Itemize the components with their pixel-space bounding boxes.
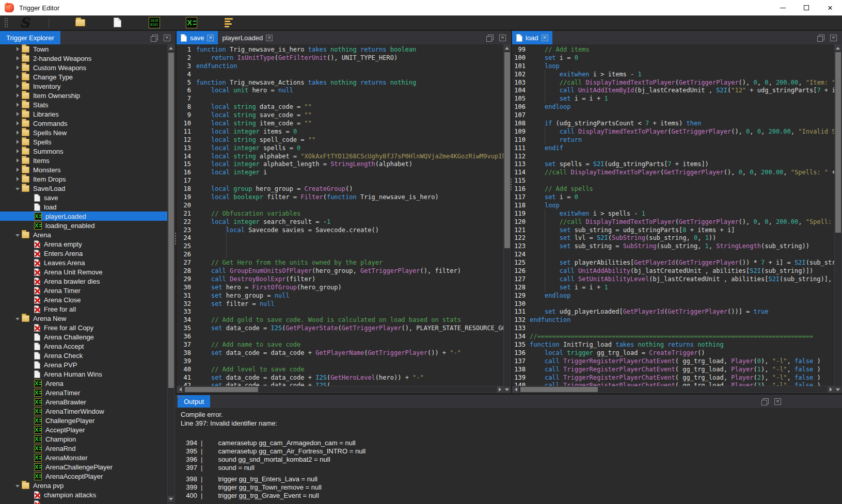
code-line[interactable]: 111 endif [512, 144, 834, 152]
tab-load[interactable]: load✕ [512, 31, 552, 44]
code-line[interactable]: 20 [177, 201, 511, 209]
tree-item-playerloaded[interactable]: XplayerLoaded [0, 212, 168, 221]
chevron-right-icon[interactable] [13, 93, 22, 97]
code-line[interactable]: 135function InitTrig_load takes nothing … [512, 340, 834, 349]
code-line[interactable]: 9 local string save_code = "" [177, 111, 511, 119]
code-line[interactable]: 23 local Savecode savies = Savecode.crea… [177, 226, 511, 234]
code-line[interactable]: 125 set playerAbilities[GetPlayerId(GetT… [512, 258, 834, 267]
chevron-right-icon[interactable] [13, 112, 22, 116]
chevron-right-icon[interactable] [13, 84, 22, 88]
code-line[interactable]: 138 call TriggerRegisterPlayerChatEvent(… [512, 365, 834, 373]
center-splitter-grip[interactable] [510, 178, 512, 191]
chevron-right-icon[interactable] [13, 66, 22, 70]
code-line[interactable]: 11 local integer items = 0 [177, 127, 511, 136]
tree-item-champion-attacks[interactable]: champion attacks [0, 490, 168, 499]
list-view-button[interactable] [223, 17, 235, 29]
maximize-button[interactable] [795, 0, 818, 15]
code-line[interactable]: 140 call TriggerRegisterPlayerChatEvent(… [512, 382, 834, 386]
tree-item-arenamonster[interactable]: XArenaMonster [0, 453, 168, 462]
tree-item-arena-challenge[interactable]: Arena Challenge [0, 332, 168, 342]
toolbar-grip[interactable] [4, 18, 8, 28]
tree-item-commands[interactable]: Commands [0, 119, 168, 128]
code-line[interactable]: 34 // Add gold to save code. Wood is cal… [177, 316, 511, 324]
code-line[interactable]: 116 // Add spells [512, 185, 834, 193]
code-line[interactable]: 104 call UnitAddItemById(bj_lastCreatedU… [512, 86, 834, 94]
code-line[interactable]: 26 [177, 250, 511, 258]
code-line[interactable]: 14 local string alphabet = "XOkAxFtTYD12… [177, 152, 511, 160]
tree-item-summons[interactable]: Summons [0, 147, 168, 156]
code-line[interactable]: 17 [177, 176, 511, 185]
explorer-title-tab[interactable]: Trigger Explorer [0, 31, 60, 44]
minimize-button[interactable] [771, 0, 795, 15]
tree-item-arena-check[interactable]: Arena Check [0, 351, 168, 360]
tree-item-acceptplayer[interactable]: XAcceptPlayer [0, 425, 168, 434]
tree-item-arena-accept[interactable]: Arena Accept [0, 342, 168, 351]
center-code-area[interactable]: 1function Trig_newsave_is_hero takes not… [177, 44, 511, 386]
explorer-close-icon[interactable]: ✕ [164, 35, 170, 41]
code-line[interactable]: 31 set hero_group = null [177, 291, 511, 300]
tree-item-arenabrawler[interactable]: XArenaBrawler [0, 397, 168, 407]
chevron-right-icon[interactable] [13, 149, 22, 153]
code-line[interactable]: 114 //call DisplayTimedTextToPlayer(GetT… [512, 168, 834, 176]
code-line[interactable]: 131 set udg_playerLoaded[GetPlayerId(Get… [512, 308, 834, 316]
code-line[interactable]: 35 set data_code = I2S(GetPlayerState(Ge… [177, 324, 511, 332]
code-line[interactable]: 109 call DisplayTimedTextToPlayer(GetTri… [512, 127, 834, 136]
code-line[interactable]: 18 local group hero_group = CreateGroup(… [177, 185, 511, 193]
code-line[interactable]: 6 local unit hero = null [177, 86, 511, 94]
close-button[interactable]: ✕ [818, 0, 842, 15]
code-line[interactable]: 16 local integer i [177, 168, 511, 176]
code-line[interactable]: 107 [512, 111, 834, 119]
code-line[interactable]: 115 [512, 176, 834, 185]
tree-item-items[interactable]: Items [0, 156, 168, 165]
code-line[interactable]: 36 [177, 332, 511, 340]
code-line[interactable]: 121 set sub_string = udg_stringParts[8 +… [512, 226, 834, 234]
tree-item-arenaacceptplayer[interactable]: XArenaAcceptPlayer [0, 472, 168, 481]
code-line[interactable]: 13 local integer spells = 0 [177, 144, 511, 152]
chevron-down-icon[interactable] [13, 187, 22, 190]
tree-item-2-handed-weapons[interactable]: 2-handed Weapons [0, 54, 168, 63]
code-line[interactable]: 24 [177, 234, 511, 242]
right-hscrollbar[interactable] [512, 386, 834, 393]
tree-item-arena[interactable]: XArena [0, 379, 168, 388]
new-file-button[interactable] [111, 17, 123, 29]
code-line[interactable]: 128 set i = i + 1 [512, 283, 834, 291]
code-line[interactable]: 110 return [512, 136, 834, 144]
panel-restore-icon[interactable] [817, 35, 824, 41]
center-hscrollbar[interactable] [177, 386, 503, 393]
code-line[interactable]: 108 if (udg_stringPartsCount < 7 + items… [512, 119, 834, 127]
code-line[interactable]: 7 [177, 94, 511, 103]
code-line[interactable]: 21 // Obfuscation variables [177, 209, 511, 218]
panel-close-icon[interactable]: ✕ [499, 35, 506, 41]
right-code-area[interactable]: 99 // Add items100 set i = 0101 loop102 … [512, 44, 834, 386]
chevron-right-icon[interactable] [13, 121, 22, 125]
tree-item-load[interactable]: load [0, 202, 168, 212]
code-line[interactable]: 99 // Add items [512, 45, 834, 54]
tree-item-arena-timer[interactable]: Arena Timer [0, 286, 168, 295]
code-line[interactable]: 106 endloop [512, 103, 834, 111]
code-line[interactable]: 117 set i = 0 [512, 193, 834, 201]
code-line[interactable]: 25 [177, 242, 511, 250]
code-line[interactable]: 12 local string spell_code = "" [177, 136, 511, 144]
tab-playerloaded[interactable]: playerLoaded✕ [218, 31, 277, 44]
panel-close-icon[interactable]: ✕ [830, 35, 837, 41]
tree-item-arena-pvp[interactable]: Arena PVP [0, 360, 168, 369]
tree-item-arenatimerwindow[interactable]: XArenaTimerWindow [0, 407, 168, 416]
open-folder-button[interactable] [74, 17, 86, 29]
tree-item-arenatimer[interactable]: XArenaTimer [0, 388, 168, 397]
chevron-right-icon[interactable] [13, 47, 22, 51]
panel-restore-icon[interactable] [486, 35, 493, 41]
chevron-right-icon[interactable] [13, 177, 22, 181]
tree-item-inventory[interactable]: Inventory [0, 82, 168, 91]
code-line[interactable]: 1function Trig_newsave_is_hero takes not… [177, 45, 511, 54]
code-line[interactable]: 100 set i = 0 [512, 54, 834, 62]
tree-item-arena-brawler-dies[interactable]: Arena brawler dies [0, 277, 168, 286]
code-line[interactable]: 130 [512, 300, 834, 308]
tree-item-arenarnd[interactable]: XArenaRnd [0, 444, 168, 453]
code-line[interactable]: 39 [177, 357, 511, 365]
code-line[interactable]: 124 [512, 250, 834, 258]
code-line[interactable]: 40 // Add level to save code [177, 365, 511, 373]
tree-item-save[interactable]: save [0, 193, 168, 202]
tree-item-loading-enabled[interactable]: Xloading_enabled [0, 221, 168, 230]
code-line[interactable]: 28 call GroupEnumUnitsOfPlayer(hero_grou… [177, 267, 511, 275]
tree-item-free-for-all-copy[interactable]: Free for all Copy [0, 323, 168, 332]
